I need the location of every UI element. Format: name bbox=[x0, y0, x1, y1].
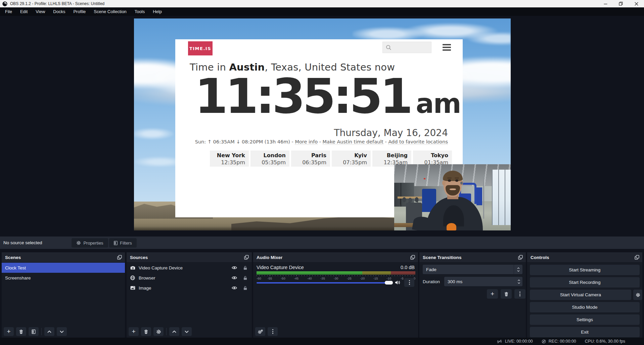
timeis-logo[interactable]: TIME.IS bbox=[188, 41, 213, 55]
rec-time: REC: 00:00:00 bbox=[549, 339, 576, 344]
start-recording-button[interactable]: Start Recording bbox=[530, 277, 640, 288]
popout-icon[interactable] bbox=[518, 255, 523, 260]
gear-icon bbox=[156, 329, 161, 334]
filter-icon bbox=[32, 330, 36, 334]
filters-button[interactable]: Filters bbox=[109, 238, 137, 248]
live-status: LIVE: 00:00:00 bbox=[497, 339, 533, 344]
program-preview[interactable]: TIME.IS Time in Austin, Texas, United St… bbox=[134, 18, 511, 230]
meter-scale: -60 -55 -50 -45 -40 -35 -30 -25 -20 -15 … bbox=[257, 276, 415, 280]
restore-button[interactable] bbox=[613, 0, 629, 7]
move-source-down-button[interactable] bbox=[182, 327, 192, 336]
sources-dock: Sources Video Capture Device Browser Ima… bbox=[127, 252, 252, 338]
menu-profile[interactable]: Profile bbox=[69, 7, 90, 16]
mixer-menu-button[interactable] bbox=[268, 327, 278, 336]
add-scene-button[interactable]: + bbox=[4, 327, 14, 336]
advanced-audio-icon bbox=[258, 329, 263, 334]
scene-transitions-dock: Scene Transitions Fade Duration 300 ms + bbox=[419, 252, 526, 338]
source-video-capture[interactable]: Video Capture Device bbox=[127, 263, 252, 273]
remove-source-button[interactable] bbox=[141, 327, 151, 336]
gear-icon bbox=[76, 241, 81, 245]
scene-clock-test[interactable]: Clock Test bbox=[2, 263, 125, 273]
start-streaming-button[interactable]: Start Streaming bbox=[530, 265, 640, 275]
search-input[interactable] bbox=[382, 42, 431, 53]
lock-icon[interactable] bbox=[243, 276, 247, 280]
properties-button[interactable]: Properties bbox=[72, 238, 108, 248]
menu-edit[interactable]: Edit bbox=[16, 7, 32, 16]
status-bar: LIVE: 00:00:00 REC: 00:00:00 CPU: 0.6%, … bbox=[0, 338, 644, 345]
chevron-down-icon bbox=[517, 282, 520, 284]
lock-icon[interactable] bbox=[243, 286, 247, 290]
move-scene-down-button[interactable] bbox=[57, 327, 67, 336]
remove-transition-button[interactable] bbox=[501, 289, 512, 299]
make-default-link[interactable]: Make Austin time default bbox=[323, 139, 383, 145]
lock-icon[interactable] bbox=[243, 266, 247, 270]
menu-scene-collection[interactable]: Scene Collection bbox=[90, 7, 131, 16]
live-time: LIVE: 00:00:00 bbox=[505, 339, 533, 344]
chevron-down-icon bbox=[517, 270, 520, 272]
exit-button[interactable]: Exit bbox=[530, 327, 640, 337]
source-properties-button[interactable] bbox=[153, 327, 164, 336]
transitions-title: Scene Transitions bbox=[423, 255, 462, 260]
world-clock-london[interactable]: London05:35pm bbox=[250, 150, 289, 167]
eye-icon[interactable] bbox=[232, 276, 237, 279]
world-clock-newyork[interactable]: New York12:35pm bbox=[210, 150, 249, 167]
move-scene-up-button[interactable] bbox=[44, 327, 54, 336]
scene-filters-button[interactable] bbox=[29, 327, 39, 336]
live-icon bbox=[497, 339, 502, 344]
volume-slider-handle[interactable] bbox=[385, 281, 393, 285]
popout-icon[interactable] bbox=[117, 255, 122, 260]
popout-icon[interactable] bbox=[635, 255, 639, 260]
context-toolbar: No source selected Properties Filters bbox=[0, 236, 644, 249]
close-button[interactable] bbox=[629, 0, 644, 7]
scene-screenshare[interactable]: Screenshare bbox=[2, 273, 125, 283]
popout-icon[interactable] bbox=[410, 255, 415, 260]
transition-select[interactable]: Fade bbox=[423, 265, 522, 274]
settings-button[interactable]: Settings bbox=[530, 314, 640, 325]
rec-icon bbox=[542, 339, 546, 344]
duration-label: Duration bbox=[423, 279, 444, 284]
more-info-link[interactable]: More info bbox=[295, 139, 318, 145]
controls-title: Controls bbox=[531, 255, 549, 260]
add-transition-button[interactable]: + bbox=[487, 289, 498, 299]
menu-docks[interactable]: Docks bbox=[49, 7, 69, 16]
start-virtual-camera-button[interactable]: Start Virtual Camera bbox=[530, 290, 631, 300]
transition-properties-button[interactable] bbox=[514, 289, 525, 299]
mixer-db-value: 0.0 dB bbox=[401, 265, 415, 270]
mixer-channel-menu-button[interactable] bbox=[404, 278, 414, 287]
speaker-icon[interactable] bbox=[395, 280, 400, 285]
world-clock-kyiv[interactable]: Kyiv07:35pm bbox=[332, 150, 371, 167]
trash-icon bbox=[504, 292, 508, 296]
eye-icon[interactable] bbox=[232, 266, 237, 269]
gear-icon bbox=[636, 293, 640, 297]
source-browser[interactable]: Browser bbox=[127, 273, 252, 283]
add-source-button[interactable]: + bbox=[129, 327, 139, 336]
menu-tools[interactable]: Tools bbox=[131, 7, 149, 16]
eye-icon[interactable] bbox=[232, 286, 237, 290]
scenes-dock: Scenes Clock Test Screenshare + bbox=[2, 252, 125, 338]
virtual-camera-settings-button[interactable] bbox=[633, 290, 642, 300]
minimize-button[interactable] bbox=[598, 0, 613, 7]
menubar: File Edit View Docks Profile Scene Colle… bbox=[0, 7, 644, 16]
window-title: OBS 29.1.2 - Profile: LLHLS BETA - Scene… bbox=[10, 1, 104, 6]
menu-file[interactable]: File bbox=[1, 7, 16, 16]
studio-mode-button[interactable]: Studio Mode bbox=[530, 302, 640, 312]
popout-icon[interactable] bbox=[244, 255, 249, 260]
source-image[interactable]: Image bbox=[127, 283, 252, 293]
advanced-audio-button[interactable] bbox=[255, 327, 265, 336]
meter-ticks bbox=[257, 275, 415, 276]
move-source-up-button[interactable] bbox=[169, 327, 179, 336]
hamburger-menu-icon[interactable] bbox=[443, 44, 451, 51]
menu-view[interactable]: View bbox=[32, 7, 49, 16]
cpu-fps: CPU: 0.6%, 30.00 fps bbox=[585, 339, 625, 344]
add-favorite-link[interactable]: Add to favorite locations bbox=[388, 139, 448, 145]
chevron-down-icon bbox=[60, 331, 64, 333]
world-clock-paris[interactable]: Paris06:35pm bbox=[291, 150, 330, 167]
remove-scene-button[interactable] bbox=[16, 327, 26, 336]
filter-icon bbox=[114, 241, 118, 245]
titlebar: OBS 29.1.2 - Profile: LLHLS BETA - Scene… bbox=[0, 0, 644, 7]
duration-input[interactable]: 300 ms bbox=[444, 277, 522, 286]
menu-help[interactable]: Help bbox=[149, 7, 166, 16]
volume-slider[interactable] bbox=[257, 282, 391, 284]
volume-meter bbox=[257, 271, 415, 274]
rec-status: REC: 00:00:00 bbox=[542, 339, 576, 344]
